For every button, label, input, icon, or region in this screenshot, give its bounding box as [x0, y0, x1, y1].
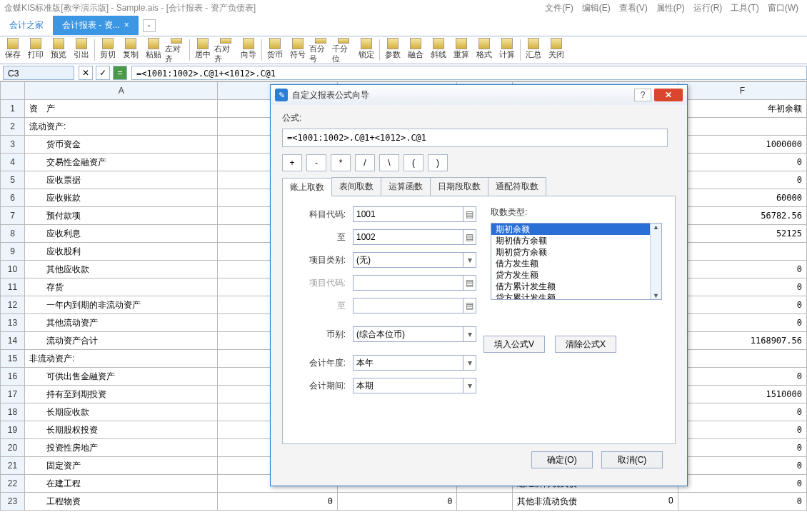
menu-item[interactable]: 编辑(E)	[582, 3, 611, 13]
equals-icon[interactable]: =	[113, 66, 127, 80]
fill-formula-button[interactable]: 填入公式V	[483, 336, 545, 353]
column-header[interactable]: F	[678, 82, 806, 100]
operator-button[interactable]: )	[428, 154, 448, 171]
lookup-icon[interactable]: ▤	[463, 229, 476, 245]
toolbar-参数[interactable]: 参数	[381, 36, 404, 64]
toolbar-斜线[interactable]: 斜线	[427, 36, 450, 64]
wizard-tab[interactable]: 日期段取数	[430, 177, 488, 196]
chevron-down-icon[interactable]: ▾	[463, 326, 476, 342]
toolbar-居中[interactable]: 居中	[191, 36, 214, 64]
toolbar-货币[interactable]: 货币	[264, 36, 286, 64]
list-item[interactable]: 期初贷方余额	[491, 246, 661, 258]
list-item[interactable]: 贷方发生额	[491, 269, 661, 281]
new-tab-button[interactable]: ▫	[143, 19, 156, 32]
formula-input[interactable]: =<1001:1002>.C@1+<1012>.C@1	[131, 66, 807, 80]
menu-item[interactable]: 查看(V)	[619, 3, 648, 13]
toolbar-左对齐[interactable]: 左对齐	[165, 36, 188, 64]
operator-button[interactable]: *	[331, 154, 351, 171]
toolbar-向导[interactable]: 向导	[237, 36, 260, 64]
row-header[interactable]: 18	[1, 403, 25, 421]
toolbar-复制[interactable]: 复制	[119, 36, 142, 64]
chevron-down-icon[interactable]: ▾	[463, 378, 476, 393]
row-header[interactable]: 13	[1, 314, 25, 332]
row-header[interactable]: 23	[1, 493, 25, 511]
row-header[interactable]: 14	[1, 332, 25, 350]
chevron-down-icon[interactable]: ▾	[463, 252, 476, 268]
subject-code-input[interactable]: 1001	[353, 206, 463, 222]
help-button[interactable]: ?	[634, 89, 651, 101]
column-header[interactable]: A	[24, 82, 218, 100]
operator-button[interactable]: (	[404, 154, 423, 171]
toolbar-符号[interactable]: 符号	[286, 36, 309, 64]
cell-name-box[interactable]: C3	[3, 66, 74, 80]
menu-item[interactable]: 窗口(W)	[768, 3, 798, 13]
period-select[interactable]: 本期	[353, 378, 463, 393]
list-item[interactable]: 贷方累计发生额	[491, 292, 661, 300]
wizard-tab[interactable]: 通配符取数	[488, 177, 546, 196]
row-header[interactable]: 1	[1, 100, 25, 118]
wizard-tab[interactable]: 运算函数	[381, 177, 431, 196]
list-item[interactable]: 借方累计发生额	[491, 281, 661, 292]
toolbar-融合[interactable]: 融合	[404, 36, 427, 64]
row-header[interactable]: 17	[1, 386, 25, 403]
formula-textbox[interactable]: =<1001:1002>.C@1+<1012>.C@1	[282, 129, 668, 147]
chevron-down-icon[interactable]: ▾	[463, 355, 476, 371]
row-header[interactable]: 4	[1, 154, 25, 171]
list-item[interactable]: 借方发生额	[491, 258, 661, 269]
menu-item[interactable]: 运行(R)	[693, 3, 723, 13]
row-header[interactable]: 8	[1, 225, 25, 243]
toolbar-引出[interactable]: 引出	[70, 36, 93, 64]
subject-code-to-input[interactable]: 1002	[353, 229, 463, 245]
row-header[interactable]: 9	[1, 243, 25, 261]
toolbar-保存[interactable]: 保存	[1, 36, 24, 64]
row-header[interactable]: 11	[1, 278, 25, 296]
year-select[interactable]: 本年	[353, 355, 463, 371]
menu-item[interactable]: 工具(T)	[731, 3, 758, 13]
lookup-icon[interactable]: ▤	[463, 275, 476, 291]
menu-item[interactable]: 文件(F)	[545, 3, 573, 13]
fetch-type-listbox[interactable]: 期初余额期初借方余额期初贷方余额借方发生额贷方发生额借方累计发生额贷方累计发生额…	[491, 223, 662, 300]
toolbar-打印[interactable]: 打印	[24, 36, 47, 64]
toolbar-重算[interactable]: 重算	[450, 36, 473, 64]
menu-item[interactable]: 属性(P)	[656, 3, 685, 13]
row-header[interactable]: 19	[1, 421, 25, 439]
row-header[interactable]: 15	[1, 350, 25, 368]
row-header[interactable]: 16	[1, 368, 25, 386]
currency-select[interactable]: (综合本位币)	[353, 326, 463, 342]
operator-button[interactable]: -	[306, 154, 326, 171]
toolbar-千分位[interactable]: 千分位	[332, 36, 355, 64]
row-header[interactable]: 7	[1, 207, 25, 225]
lookup-icon[interactable]: ▤	[463, 206, 476, 222]
project-code-input[interactable]	[353, 275, 463, 291]
toolbar-预览[interactable]: 预览	[47, 36, 70, 64]
close-icon[interactable]: ×	[124, 20, 129, 30]
toolbar-右对齐[interactable]: 右对齐	[214, 36, 237, 64]
toolbar-关闭[interactable]: 关闭	[545, 36, 568, 64]
row-header[interactable]: 22	[1, 475, 25, 493]
cancel-edit-icon[interactable]: ✕	[79, 66, 93, 80]
lookup-icon[interactable]: ▤	[463, 298, 476, 313]
clear-formula-button[interactable]: 清除公式X	[555, 336, 616, 353]
table-row[interactable]: 23工程物资00其他非流动负债00	[1, 493, 807, 511]
tab-home[interactable]: 会计之家	[0, 16, 53, 35]
toolbar-锁定[interactable]: 锁定	[355, 36, 378, 64]
toolbar-计算[interactable]: 计算	[496, 36, 518, 64]
ok-button[interactable]: 确定(O)	[531, 451, 593, 468]
row-header[interactable]: 20	[1, 439, 25, 457]
row-header[interactable]: 5	[1, 171, 25, 189]
cancel-button[interactable]: 取消(C)	[601, 451, 663, 468]
row-header[interactable]: 21	[1, 457, 25, 475]
row-header[interactable]: 6	[1, 189, 25, 207]
scrollbar[interactable]: ▲▼	[650, 224, 661, 299]
toolbar-粘贴[interactable]: 粘贴	[142, 36, 165, 64]
project-code-to-input[interactable]	[353, 298, 463, 313]
toolbar-剪切[interactable]: 剪切	[96, 36, 119, 64]
toolbar-格式[interactable]: 格式	[473, 36, 496, 64]
wizard-tab[interactable]: 表间取数	[331, 177, 381, 196]
operator-button[interactable]: \	[379, 154, 399, 171]
row-header[interactable]: 3	[1, 136, 25, 154]
row-header[interactable]: 12	[1, 296, 25, 314]
toolbar-百分号[interactable]: 百分号	[309, 36, 332, 64]
operator-button[interactable]: /	[355, 154, 375, 171]
dialog-titlebar[interactable]: ✎ 自定义报表公式向导 ? ✕	[271, 85, 687, 105]
